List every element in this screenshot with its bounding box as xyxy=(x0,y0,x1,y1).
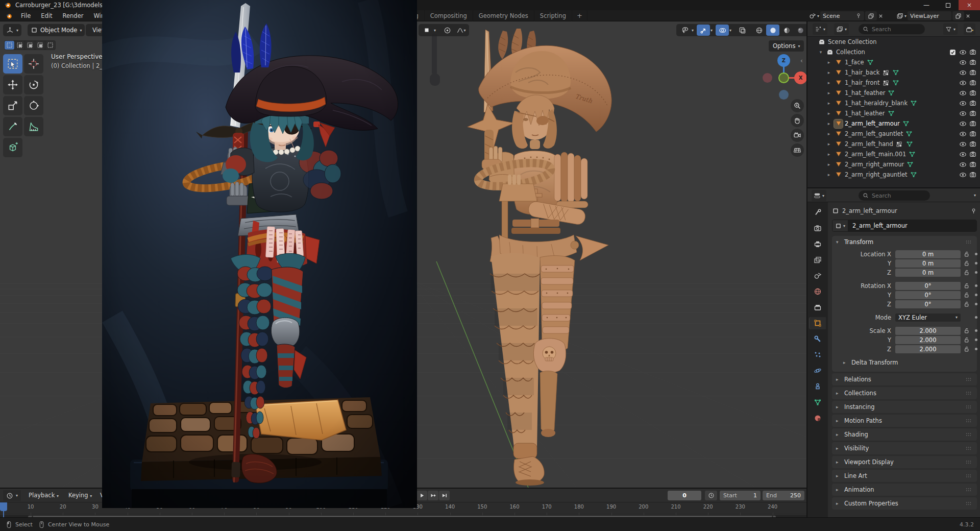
tool-measure[interactable] xyxy=(24,117,43,136)
properties-tab-viewlayer[interactable] xyxy=(810,254,826,266)
outliner-item[interactable]: ▸1_hat_leather xyxy=(807,108,980,118)
expand-icon[interactable]: ▸ xyxy=(826,152,832,157)
menu-render[interactable]: Render xyxy=(58,10,89,21)
scene-unlink-icon[interactable] xyxy=(878,13,884,19)
playhead[interactable] xyxy=(0,502,7,511)
animate-dot[interactable] xyxy=(975,284,977,287)
properties-tab-collection[interactable] xyxy=(810,301,826,313)
properties-tab-constraints[interactable] xyxy=(810,380,826,393)
tab-geometry-nodes[interactable]: Geometry Nodes xyxy=(473,10,534,21)
camera-visibility-icon[interactable] xyxy=(969,109,977,117)
properties-tab-scene[interactable] xyxy=(810,270,826,282)
object-name[interactable]: 2_arm_left_main.001 xyxy=(845,151,906,158)
pin-icon[interactable] xyxy=(970,208,977,214)
object-name[interactable]: 1_face xyxy=(845,59,864,66)
tool-cursor[interactable] xyxy=(24,54,43,74)
camera-visibility-icon[interactable] xyxy=(969,99,977,107)
object-name[interactable]: 1_hair_back xyxy=(845,69,879,76)
transform-pivot-dropdown[interactable] xyxy=(420,25,433,36)
properties-tab-modifiers[interactable] xyxy=(810,333,826,345)
drag-handle-icon[interactable] xyxy=(965,501,973,506)
animate-dot[interactable] xyxy=(975,294,977,296)
lock-icon[interactable] xyxy=(961,260,972,267)
navigation-gizmo[interactable]: Z X xyxy=(762,51,806,102)
tool-add-cube[interactable] xyxy=(3,138,22,157)
outliner-item[interactable]: ▸2_arm_left_hand xyxy=(807,139,980,149)
outliner-item[interactable]: ▸2_arm_right_gauntlet xyxy=(807,170,980,180)
camera-visibility-icon[interactable] xyxy=(969,89,977,97)
sidebar-collapse-arrow[interactable]: ‹ xyxy=(800,57,803,64)
eye-icon[interactable] xyxy=(959,89,967,97)
lock-icon[interactable] xyxy=(961,269,972,276)
drag-handle-icon[interactable] xyxy=(965,404,973,409)
animate-dot[interactable] xyxy=(975,271,977,274)
object-name[interactable]: 1_hat_feather xyxy=(845,89,885,96)
camera-view-button[interactable] xyxy=(791,129,804,142)
shading-wireframe-button[interactable] xyxy=(752,25,766,36)
camera-visibility-icon[interactable] xyxy=(969,119,977,128)
number-field[interactable]: 0° xyxy=(895,291,961,299)
panel-relations[interactable]: ▸Relations xyxy=(832,373,977,385)
panel-animation[interactable]: ▸Animation xyxy=(832,484,977,496)
object-name[interactable]: 1_hat_leather xyxy=(845,110,885,117)
show-object-types-dropdown[interactable] xyxy=(678,25,691,36)
panel-line-art[interactable]: ▸Line Art xyxy=(832,470,977,482)
drag-handle-icon[interactable] xyxy=(965,446,973,451)
tool-transform[interactable] xyxy=(24,96,43,115)
current-frame-field[interactable]: 0 xyxy=(668,491,701,500)
menu-keying[interactable]: Keying ▾ xyxy=(68,490,92,501)
add-workspace-button[interactable]: + xyxy=(572,10,587,21)
chevron-down-icon[interactable]: ▾ xyxy=(904,14,906,18)
eye-icon[interactable] xyxy=(959,150,967,158)
drag-handle-icon[interactable] xyxy=(965,487,973,492)
pin-icon[interactable] xyxy=(855,13,862,19)
camera-visibility-icon[interactable] xyxy=(969,79,977,87)
viewlayer-copy-button[interactable] xyxy=(952,11,964,20)
close-button[interactable]: × xyxy=(959,0,980,10)
overlays-toggle[interactable] xyxy=(716,25,729,36)
shading-solid-button[interactable] xyxy=(766,25,779,36)
xray-toggle[interactable] xyxy=(736,25,749,36)
outliner-collection[interactable]: ▾ Collection xyxy=(807,47,980,57)
properties-tab-physics[interactable] xyxy=(810,365,826,377)
eye-icon[interactable] xyxy=(959,109,967,117)
eye-icon[interactable] xyxy=(959,119,967,128)
camera-visibility-icon[interactable] xyxy=(969,171,977,179)
chevron-down-icon[interactable]: ▾ xyxy=(817,14,819,18)
outliner-scene-collection[interactable]: Scene Collection xyxy=(807,37,980,47)
panel-collections[interactable]: ▸Collections xyxy=(832,387,977,399)
number-field[interactable]: 0° xyxy=(895,282,961,290)
drag-handle-icon[interactable] xyxy=(965,460,973,465)
lock-icon[interactable] xyxy=(961,251,972,257)
outliner-item[interactable]: ▸2_arm_left_gauntlet xyxy=(807,129,980,139)
drag-handle-icon[interactable] xyxy=(965,473,973,478)
outliner-item[interactable]: ▸2_arm_right_armour xyxy=(807,159,980,170)
expand-icon[interactable]: ▸ xyxy=(826,101,832,106)
properties-search[interactable] xyxy=(859,190,930,201)
animate-dot[interactable] xyxy=(975,316,977,319)
shading-material-button[interactable] xyxy=(780,25,793,36)
number-field[interactable]: 0 m xyxy=(895,250,961,258)
outliner-display-mode-dropdown[interactable]: ▾ xyxy=(813,23,827,35)
falloff-dropdown[interactable]: ▾ xyxy=(454,25,468,36)
eye-icon[interactable] xyxy=(959,140,967,148)
lock-icon[interactable] xyxy=(961,282,972,289)
tool-annotate[interactable] xyxy=(3,117,22,136)
tool-rotate[interactable] xyxy=(24,75,43,94)
mode-dropdown[interactable]: Object Mode▾ xyxy=(28,24,85,36)
drag-handle-icon[interactable] xyxy=(965,377,973,382)
options-dropdown[interactable]: Options▾ xyxy=(769,40,804,52)
start-frame-field[interactable]: Start1 xyxy=(720,491,761,500)
scene-icon[interactable] xyxy=(809,12,816,19)
camera-visibility-icon[interactable] xyxy=(969,130,977,138)
animate-dot[interactable] xyxy=(975,348,977,350)
expand-icon[interactable]: ▸ xyxy=(826,90,832,95)
scene-name[interactable]: Scene xyxy=(820,11,864,20)
number-field[interactable]: 2.000 xyxy=(895,345,961,353)
select-mode-extend[interactable] xyxy=(15,41,24,50)
expand-icon[interactable]: ▸ xyxy=(826,162,832,167)
properties-tab-material[interactable] xyxy=(810,412,826,424)
outliner-item[interactable]: ▸1_hair_front xyxy=(807,78,980,88)
next-keyframe-button[interactable] xyxy=(428,491,438,500)
object-name[interactable]: 2_arm_left_hand xyxy=(845,140,893,148)
